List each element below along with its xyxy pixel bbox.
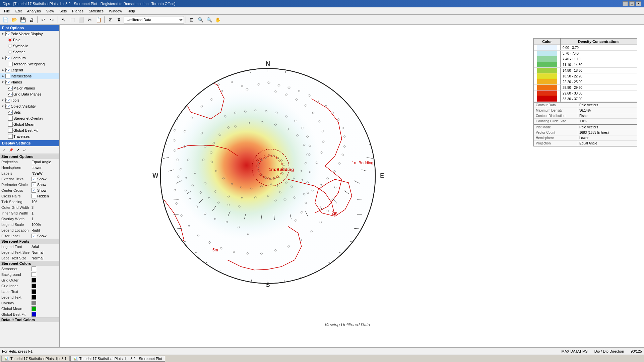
scatter-radio[interactable] <box>8 50 12 54</box>
tree-tools[interactable]: ▼ ✓ Tools <box>0 97 59 103</box>
filter-dropdown[interactable]: Unfiltered Data <box>124 16 184 23</box>
toolbar-save[interactable]: 💾 <box>19 16 27 24</box>
toolbar-sep4 <box>186 16 186 23</box>
color-swatch-global-best-fit[interactable] <box>31 312 36 317</box>
toolbar-undo[interactable]: ↩ <box>39 16 47 24</box>
menu-analysis[interactable]: Analysis <box>24 8 44 14</box>
filter-label-checkbox[interactable]: ✓ <box>31 234 36 238</box>
toolbar-filter2[interactable]: ⧗ <box>115 16 123 24</box>
tree-object-visibility[interactable]: ▼ ✓ Object Visibility <box>0 103 59 109</box>
toolbar-zoom-out[interactable]: 🔍 <box>205 16 213 24</box>
toolbar-new[interactable]: 📄 <box>1 16 9 24</box>
toolbar-cut[interactable]: ✂ <box>86 16 94 24</box>
planes-checkbox[interactable]: ✓ <box>5 80 10 84</box>
color-swatch-overlay[interactable] <box>31 301 36 305</box>
tree-sets[interactable]: ✓ Sets <box>3 109 59 115</box>
color-swatch-background[interactable] <box>31 272 36 277</box>
global-mean-checkbox[interactable] <box>8 122 13 127</box>
taskbar-item-1[interactable]: 📊 Tutorial 17 Statistical Plots.dips8:1 <box>1 356 70 362</box>
color-swatch-global-mean[interactable] <box>31 306 36 311</box>
tree-scatter[interactable]: Scatter <box>3 49 59 55</box>
ds-checkmark-btn[interactable]: ✓ <box>1 147 7 153</box>
legend-color-cell <box>534 68 561 73</box>
pole-radio[interactable] <box>8 38 12 42</box>
maximize-button[interactable]: □ <box>629 1 635 6</box>
prop-hemisphere: Hemisphere Lower <box>0 165 59 170</box>
tools-checkbox[interactable]: ✓ <box>5 98 10 103</box>
traverses-checkbox[interactable] <box>8 134 13 139</box>
color-swatch-grid-outer[interactable] <box>31 278 36 283</box>
minimize-button[interactable]: — <box>623 1 628 6</box>
color-swatch-legend-text[interactable] <box>31 295 36 300</box>
ds-export-btn[interactable]: ↗ <box>15 147 21 153</box>
taskbar-item-2[interactable]: 📊 Tutorial 17 Statistical Plots.dips8:2 … <box>70 356 165 362</box>
tree-grid-data-planes[interactable]: ✓ Grid Data Planes <box>3 91 59 97</box>
intersections-checkbox[interactable] <box>5 74 10 78</box>
tree-global-mean[interactable]: Global Mean <box>3 121 59 127</box>
tree-intersections[interactable]: ▶ Intersections <box>0 73 59 79</box>
close-button[interactable]: ✕ <box>636 1 641 6</box>
prop-inner-grid-width: Inner Grid Width 1 <box>0 210 59 216</box>
tree-pole-vector-display[interactable]: ▼ ✓ Pole Vector Display <box>0 31 59 37</box>
tree-major-planes[interactable]: ✓ Major Planes <box>3 85 59 91</box>
color-swatch-label-text[interactable] <box>31 289 36 294</box>
tree-terzaghi[interactable]: Terzaghi Weighting <box>3 61 59 67</box>
legend-checkbox[interactable]: ✓ <box>5 68 10 72</box>
menu-help[interactable]: Help <box>125 8 138 14</box>
color-header: Color <box>534 39 561 45</box>
toolbar-pointer[interactable]: ↖ <box>60 16 68 24</box>
tree-contours[interactable]: ▶ ✓ Contours <box>0 55 59 61</box>
color-swatch-stereonet[interactable] <box>31 266 36 271</box>
cross-hairs-checkbox[interactable] <box>31 194 36 198</box>
global-best-fit-checkbox[interactable] <box>8 128 13 133</box>
svg-rect-90 <box>197 86 199 89</box>
menu-view[interactable]: View <box>44 8 57 14</box>
legend-range-text: 0.00 - 3.70 <box>561 45 637 50</box>
menu-window[interactable]: Window <box>106 8 125 14</box>
toolbar-open[interactable]: 📂 <box>10 16 18 24</box>
toolbar-zoom-in[interactable]: 🔍 <box>196 16 204 24</box>
toolbar-print[interactable]: 🖨 <box>27 16 36 24</box>
toolbar-zoom-fit[interactable]: ⊡ <box>188 16 196 24</box>
prop-color-global-best-fit: Global Best Fit <box>0 311 59 317</box>
tree-symbolic[interactable]: Symbolic <box>3 43 59 49</box>
toolbar-copy[interactable]: 📋 <box>94 16 103 24</box>
color-swatch-grid-inner[interactable] <box>31 284 36 288</box>
toolbar-filter[interactable]: ⧖ <box>106 16 114 24</box>
center-cross-checkbox[interactable]: ✓ <box>31 188 36 193</box>
tree-global-best-fit[interactable]: Global Best Fit <box>3 127 59 133</box>
legend-color-cell <box>534 73 561 79</box>
tree-traverses[interactable]: Traverses <box>3 133 59 139</box>
ds-import-btn[interactable]: ↙ <box>21 147 27 153</box>
tree-planes[interactable]: ▼ ✓ Planes <box>0 79 59 85</box>
ds-pin-btn[interactable]: 📌 <box>8 147 14 153</box>
default-tool-colors-label: Default Tool Colors <box>0 317 59 322</box>
tree-stereonet-overlay[interactable]: Stereonet Overlay <box>3 115 59 121</box>
legend-range-text: 22.20 - 25.90 <box>561 79 637 84</box>
menu-planes[interactable]: Planes <box>69 8 86 14</box>
menu-statistics[interactable]: Statistics <box>86 8 106 14</box>
poleVectorDisplay-checkbox[interactable]: ✓ <box>5 32 10 36</box>
object-visibility-checkbox[interactable]: ✓ <box>5 104 10 109</box>
expand-icon8: ▶ <box>0 73 5 79</box>
toolbar-select[interactable]: ⬚ <box>68 16 76 24</box>
symbolic-radio[interactable] <box>8 44 12 48</box>
toolbar-pan[interactable]: ✋ <box>214 16 222 24</box>
menu-file[interactable]: File <box>1 8 13 14</box>
terzaghi-checkbox[interactable] <box>8 62 13 66</box>
tree-legend[interactable]: ▶ ✓ Legend <box>0 67 59 73</box>
expand-icon12: ▼ <box>0 98 5 103</box>
svg-line-9 <box>318 77 321 80</box>
stereonet-overlay-checkbox[interactable] <box>8 116 13 121</box>
menu-sets[interactable]: Sets <box>57 8 69 14</box>
major-planes-checkbox[interactable]: ✓ <box>8 86 13 90</box>
menu-edit[interactable]: Edit <box>13 8 24 14</box>
toolbar-redo[interactable]: ↪ <box>48 16 56 24</box>
tree-pole[interactable]: Pole <box>3 37 59 43</box>
toolbar-select2[interactable]: ⬜ <box>77 16 85 24</box>
exterior-ticks-checkbox[interactable]: ✓ <box>31 177 36 181</box>
sets-checkbox[interactable]: ✓ <box>8 110 13 115</box>
grid-data-planes-checkbox[interactable]: ✓ <box>8 92 13 97</box>
perimeter-circle-checkbox[interactable]: ✓ <box>31 182 36 187</box>
contours-checkbox[interactable]: ✓ <box>5 56 10 60</box>
